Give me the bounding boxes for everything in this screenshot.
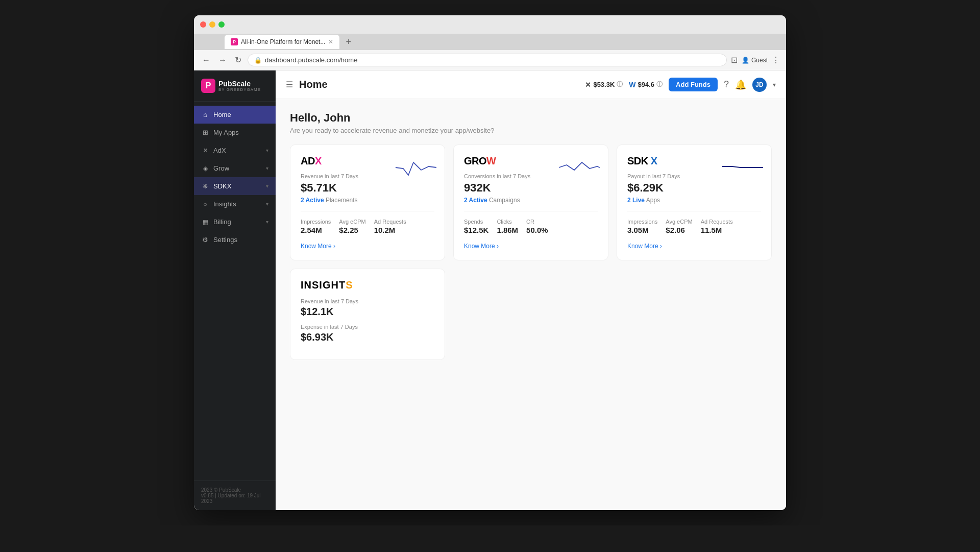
forward-button[interactable]: →: [216, 54, 229, 67]
sidebar-navigation: ⌂ Home ⊞ My Apps ✕ AdX ▾ ◈ Grow ▾: [194, 102, 276, 481]
adx-icon: ✕: [201, 147, 209, 154]
bottom-grid: INSIGHTS Revenue in last 7 Days $12.1K E…: [290, 269, 772, 360]
adx-title-main: AD: [301, 155, 315, 166]
chevron-down-icon: ▾: [266, 201, 268, 207]
minimize-button[interactable]: [209, 21, 215, 28]
adx-info-icon[interactable]: ⓘ: [617, 80, 623, 89]
sidebar-item-grow[interactable]: ◈ Grow ▾: [194, 159, 276, 177]
chevron-down-icon: ▾: [266, 219, 268, 225]
insights-card-title: INSIGHTS: [301, 279, 434, 291]
grow-card: GROW Conversions in last 7 Days 932K 2 A…: [453, 145, 608, 260]
grow-stat-clicks: Clicks 1.86M: [497, 219, 518, 234]
insights-revenue: Revenue in last 7 Days $12.1K: [301, 298, 434, 318]
sdk-active-label: 2 Live Apps: [627, 197, 761, 204]
empty-card-3: [617, 269, 772, 360]
sdk-stat-impressions: Impressions 3.05M: [627, 219, 657, 234]
sidebar-item-label: SDKX: [213, 182, 262, 190]
add-funds-button[interactable]: Add Funds: [669, 78, 718, 91]
chevron-down-icon: ▾: [266, 183, 268, 189]
insights-icon: ○: [201, 201, 209, 208]
grow-active-label: 2 Active Campaigns: [464, 197, 598, 204]
sdk-know-more-link[interactable]: Know More ›: [627, 243, 662, 250]
sdk-metric-value: $6.29K: [627, 181, 761, 195]
sdk-title-main: SDK: [627, 155, 648, 166]
sidebar-item-settings[interactable]: ⚙ Settings: [194, 231, 276, 249]
active-tab[interactable]: P All-in-One Platform for Monet... ✕: [225, 35, 339, 49]
grow-metric-value: 932K: [464, 181, 598, 195]
adx-balance: ✕ $53.3K ⓘ: [585, 80, 623, 89]
page-title: Home: [299, 79, 579, 90]
adx-icon-label: ✕: [585, 81, 591, 89]
header-right: ✕ $53.3K ⓘ W $94.6 ⓘ Add Funds ? 🔔 JD ▾: [585, 78, 776, 92]
tab-close-icon[interactable]: ✕: [328, 38, 333, 45]
sdk-title-accent: X: [648, 155, 657, 166]
adx-active-count: 2 Active: [301, 197, 324, 204]
logo-icon: P: [201, 79, 215, 93]
sidebar-item-sdkx[interactable]: ❋ SDKX ▾: [194, 177, 276, 195]
sidebar-footer: 2023 © PubScale v0.85 | Updated on: 19 J…: [194, 481, 276, 510]
chevron-down-icon: ▾: [266, 148, 268, 153]
adx-active-label: 2 Active Placements: [301, 197, 434, 204]
sidebar-item-label: Settings: [213, 236, 268, 244]
adx-sparkline: [396, 157, 436, 179]
tab-favicon: P: [231, 38, 238, 45]
grow-stat-cr: CR 50.0%: [526, 219, 548, 234]
close-button[interactable]: [200, 21, 206, 28]
settings-icon: ⚙: [201, 236, 209, 244]
sidebar-item-home[interactable]: ⌂ Home: [194, 106, 276, 124]
logo-sub: BY GREEDYGAME: [218, 87, 261, 92]
sidebar-item-label: Home: [213, 111, 268, 118]
grow-title-main: GRO: [464, 155, 486, 166]
sdk-sparkline: [722, 157, 763, 179]
grow-sparkline: [559, 157, 600, 179]
chevron-down-icon: ▾: [266, 165, 268, 171]
back-button[interactable]: ←: [200, 54, 212, 67]
insights-revenue-label: Revenue in last 7 Days: [301, 298, 434, 304]
insights-title-main: INSIGHT: [301, 279, 346, 291]
sidebar-item-label: Grow: [213, 164, 262, 172]
user-account-icon: 👤: [742, 57, 749, 64]
adx-know-more-link[interactable]: Know More ›: [301, 243, 335, 250]
reload-button[interactable]: ↻: [233, 53, 243, 67]
sidebar-item-my-apps[interactable]: ⊞ My Apps: [194, 124, 276, 141]
sidebar-item-billing[interactable]: ▦ Billing ▾: [194, 213, 276, 231]
footer-version: v0.85 | Updated on: 19 Jul 2023: [201, 493, 268, 504]
insights-expense-label: Expense in last 7 Days: [301, 324, 434, 330]
app-header: ☰ Home ✕ $53.3K ⓘ W $94.6 ⓘ Add Funds ?: [276, 70, 786, 99]
maximize-button[interactable]: [218, 21, 225, 28]
lock-icon: 🔒: [254, 57, 262, 64]
sdk-stat-requests: Ad Requests 11.5M: [701, 219, 733, 234]
adx-metric-value: $5.71K: [301, 181, 434, 195]
grow-w-label: W: [629, 81, 635, 89]
help-icon[interactable]: ?: [724, 79, 729, 90]
more-options-button[interactable]: ⋮: [772, 55, 780, 65]
adx-stats: Impressions 2.54M Avg eCPM $2.25 Ad Requ…: [301, 219, 434, 234]
adx-stat-requests: Ad Requests 10.2M: [374, 219, 406, 234]
adx-balance-value: $53.3K: [593, 81, 615, 88]
grow-title-accent: W: [486, 155, 496, 166]
grow-know-more-link[interactable]: Know More ›: [464, 243, 499, 250]
app-container: P PubScale BY GREEDYGAME ⌂ Home ⊞ My App…: [194, 70, 786, 510]
my-apps-icon: ⊞: [201, 129, 209, 136]
logo-name: PubScale: [218, 80, 261, 87]
address-bar[interactable]: 🔒 dashboard.pubscale.com/home: [248, 54, 727, 66]
insights-expense: Expense in last 7 Days $6.93K: [301, 324, 434, 343]
sidebar-item-insights[interactable]: ○ Insights ▾: [194, 195, 276, 213]
notifications-icon[interactable]: 🔔: [735, 79, 746, 90]
footer-copyright: 2023 © PubScale: [201, 487, 268, 493]
grow-info-icon[interactable]: ⓘ: [656, 80, 663, 89]
adx-card: ADX Revenue in last 7 Days $5.71K 2 Acti…: [290, 145, 445, 260]
sidebar-item-adx[interactable]: ✕ AdX ▾: [194, 141, 276, 159]
extensions-button[interactable]: ⊡: [731, 55, 738, 65]
chevron-down-icon[interactable]: ▾: [773, 81, 776, 88]
grow-stats: Spends $12.5K Clicks 1.86M CR 50.0%: [464, 219, 598, 234]
grow-stat-spends: Spends $12.5K: [464, 219, 488, 234]
browser-titlebar: [194, 15, 786, 34]
menu-toggle-icon[interactable]: ☰: [286, 80, 293, 89]
sidebar-item-label: My Apps: [213, 129, 268, 136]
new-tab-button[interactable]: +: [344, 37, 353, 47]
avatar[interactable]: JD: [752, 78, 767, 92]
grow-balance: W $94.6 ⓘ: [629, 80, 663, 89]
sidebar-item-label: Billing: [213, 218, 262, 226]
greeting-text: Hello, John: [290, 111, 772, 125]
